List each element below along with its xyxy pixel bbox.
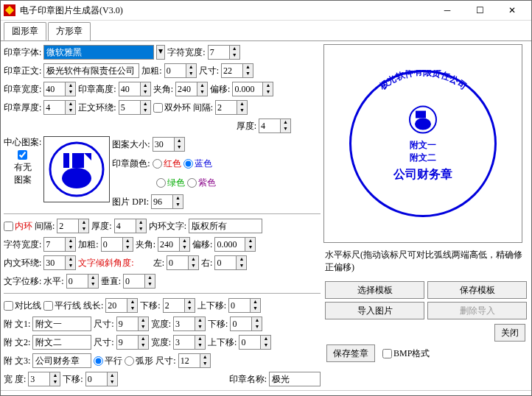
thick-label: 印章厚度: bbox=[4, 102, 41, 114]
inner-text-input[interactable] bbox=[189, 219, 262, 233]
height2-label: 厚度: bbox=[237, 120, 256, 132]
inner-thick-spin[interactable]: ▲▼ bbox=[114, 219, 147, 233]
a1-down-spin[interactable]: ▲▼ bbox=[230, 317, 262, 331]
seal-w-label: 印章宽度: bbox=[4, 83, 41, 96]
attach3-input[interactable] bbox=[32, 353, 91, 368]
inner-bold-spin[interactable]: ▲▼ bbox=[101, 237, 133, 252]
seal-preview: 极光软件有限责任公司 附文一 附文二 公司财务章 bbox=[323, 44, 522, 243]
inner-ring2-spin[interactable]: ▲▼ bbox=[43, 255, 76, 270]
svg-point-4 bbox=[62, 168, 91, 188]
color-purple[interactable]: 紫色 bbox=[187, 177, 216, 189]
linedown-spin[interactable]: ▲▼ bbox=[163, 298, 195, 313]
double-ring-check[interactable]: 双外环 bbox=[153, 102, 191, 114]
width-spin[interactable]: ▲▼ bbox=[28, 372, 60, 386]
delete-import-button[interactable]: 删除导入 bbox=[427, 302, 527, 319]
seal-h-spin[interactable]: ▲▼ bbox=[119, 82, 151, 96]
tilt-label: 文字倾斜角度: bbox=[78, 257, 133, 269]
window-title: 电子印章图片生成器(V3.0) bbox=[20, 4, 431, 17]
pattern-size-spin[interactable]: ▲▼ bbox=[153, 137, 185, 152]
offset-spin[interactable]: ▲▼ bbox=[232, 82, 273, 96]
attach3-label: 附 文3: bbox=[4, 355, 30, 367]
preview-attach3: 公司财务章 bbox=[393, 167, 452, 183]
dpi-spin[interactable]: ▲▼ bbox=[151, 194, 183, 209]
inner-ring2-label: 内文环绕: bbox=[4, 257, 41, 269]
color-green[interactable]: 绿色 bbox=[156, 177, 185, 189]
tab-square[interactable]: 方形章 bbox=[48, 22, 91, 40]
seal-h-label: 印章高度: bbox=[78, 83, 116, 96]
a2-size-label: 尺寸: bbox=[94, 336, 113, 349]
tab-round[interactable]: 圆形章 bbox=[4, 22, 46, 40]
a2-size-spin[interactable]: ▲▼ bbox=[116, 335, 149, 350]
height2-spin[interactable]: ▲▼ bbox=[259, 119, 291, 133]
inner-width-spin[interactable]: ▲▼ bbox=[43, 237, 76, 252]
color-red[interactable]: 红色 bbox=[153, 158, 181, 170]
dpi-label: 图片 DPI: bbox=[112, 196, 149, 208]
thick-spin[interactable]: ▲▼ bbox=[43, 100, 76, 115]
inner-angle-spin[interactable]: ▲▼ bbox=[158, 237, 190, 252]
save-signature-button[interactable]: 保存签章 bbox=[326, 344, 375, 362]
a3-arc[interactable]: 弧形 bbox=[125, 355, 153, 367]
seal-w-spin[interactable]: ▲▼ bbox=[43, 82, 76, 96]
a1-size-spin[interactable]: ▲▼ bbox=[116, 317, 149, 331]
ring-spin[interactable]: ▲▼ bbox=[119, 100, 151, 115]
ring-label: 正文环绕: bbox=[78, 102, 116, 114]
parallel-check[interactable]: 平行线 bbox=[43, 300, 81, 312]
save-template-button[interactable]: 保存模板 bbox=[427, 281, 527, 299]
svg-rect-3 bbox=[69, 153, 72, 168]
inner-ring-check[interactable]: 内环 bbox=[4, 220, 32, 233]
wdown-spin[interactable]: ▲▼ bbox=[85, 372, 118, 386]
attach2-input[interactable] bbox=[32, 335, 91, 350]
main-text-input[interactable] bbox=[43, 63, 139, 78]
a2-up-label: 上下移: bbox=[208, 336, 237, 349]
textpos-v-spin[interactable]: ▲▼ bbox=[123, 274, 155, 289]
a1-width-label: 宽度: bbox=[151, 318, 171, 330]
seal-name-input[interactable] bbox=[269, 372, 321, 386]
app-icon bbox=[4, 4, 15, 16]
a2-width-spin[interactable]: ▲▼ bbox=[173, 335, 206, 350]
bold-spin[interactable]: ▲▼ bbox=[164, 63, 197, 78]
lineupdown-spin[interactable]: ▲▼ bbox=[228, 298, 261, 313]
a2-up-spin[interactable]: ▲▼ bbox=[239, 335, 271, 350]
char-width-spin[interactable]: ▲▼ bbox=[208, 45, 240, 60]
inner-gap-spin[interactable]: ▲▼ bbox=[57, 219, 89, 233]
tilt-right-spin[interactable]: ▲▼ bbox=[214, 255, 247, 270]
close-button[interactable]: ✕ bbox=[496, 1, 528, 20]
preview-attach1: 附文一 bbox=[393, 139, 452, 152]
import-image-button[interactable]: 导入图片 bbox=[325, 302, 424, 319]
textpos-v-label: 垂直: bbox=[101, 275, 121, 288]
maximize-button[interactable]: ☐ bbox=[463, 1, 496, 20]
inner-offset-spin[interactable]: ▲▼ bbox=[214, 237, 256, 252]
inner-width-label: 字符宽度: bbox=[4, 238, 41, 251]
font-label: 印章字体: bbox=[4, 46, 41, 59]
angle-label: 夹角: bbox=[153, 83, 173, 96]
textpos-h-spin[interactable]: ▲▼ bbox=[66, 274, 99, 289]
attach2-label: 附 文2: bbox=[4, 336, 30, 349]
compare-check[interactable]: 对比线 bbox=[4, 300, 41, 312]
font-dropdown[interactable]: ▾ bbox=[156, 45, 165, 60]
pattern-size-label: 图案大小: bbox=[112, 138, 150, 151]
a3-size-spin[interactable]: ▲▼ bbox=[178, 353, 211, 368]
svg-point-8 bbox=[415, 119, 431, 130]
footer: 本软件仅提供制作圆形印章图案参考试用 产品声明 模板的打开界面要与保存界面一致 … bbox=[1, 390, 531, 396]
select-template-button[interactable]: 选择模板 bbox=[325, 281, 424, 299]
angle-spin[interactable]: ▲▼ bbox=[175, 82, 208, 96]
has-pattern-check[interactable]: 有无 图案 bbox=[14, 150, 32, 186]
a1-width-spin[interactable]: ▲▼ bbox=[173, 317, 206, 331]
tilt-left-spin[interactable]: ▲▼ bbox=[167, 255, 199, 270]
lineupdown-label: 上下移: bbox=[197, 300, 226, 312]
a1-down-label: 下移: bbox=[208, 318, 228, 330]
color-label: 印章颜色: bbox=[112, 158, 150, 170]
size-spin[interactable]: ▲▼ bbox=[221, 63, 253, 78]
color-blue[interactable]: 蓝色 bbox=[183, 158, 212, 170]
attach1-input[interactable] bbox=[32, 317, 91, 331]
linelen-spin[interactable]: ▲▼ bbox=[105, 298, 138, 313]
minimize-button[interactable]: ─ bbox=[431, 1, 463, 20]
a3-parallel[interactable]: 平行 bbox=[94, 355, 122, 367]
a3-size-label: 尺寸: bbox=[155, 355, 175, 367]
size-label: 尺寸: bbox=[199, 65, 219, 77]
bmp-check[interactable]: BMP格式 bbox=[382, 347, 430, 360]
gap-spin[interactable]: ▲▼ bbox=[215, 100, 248, 115]
close-app-button[interactable]: 关闭 bbox=[494, 324, 525, 342]
a1-size-label: 尺寸: bbox=[94, 318, 113, 330]
font-input[interactable] bbox=[43, 45, 154, 60]
